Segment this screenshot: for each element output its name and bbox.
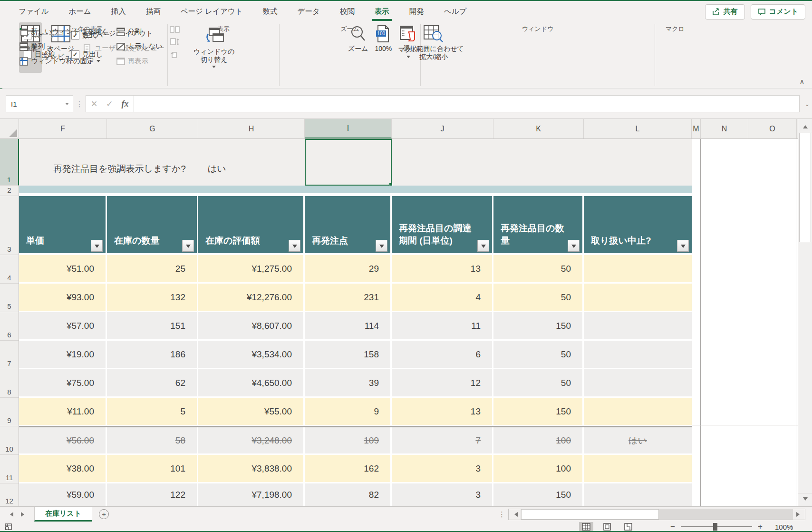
add-sheet-button[interactable]: +	[99, 509, 109, 519]
name-box-dropdown-icon[interactable]	[65, 103, 69, 107]
scroll-down-button[interactable]	[798, 493, 812, 506]
column-header[interactable]: L	[584, 119, 692, 138]
row-header[interactable]: 5	[0, 284, 19, 312]
zoom-slider-thumb[interactable]	[713, 523, 717, 531]
cell-discontinued[interactable]	[584, 398, 692, 425]
cell-inventory-value[interactable]: ¥8,607.00	[198, 312, 305, 339]
ribbon-tab[interactable]: ヘルプ	[434, 1, 477, 22]
cell-reorder-point[interactable]: 231	[305, 284, 392, 311]
table-header-cell[interactable]: 取り扱い中止?	[584, 196, 692, 253]
cell-inventory-value[interactable]: ¥3,534.00	[198, 341, 305, 368]
formula-input[interactable]	[134, 95, 800, 112]
cell-discontinued[interactable]	[584, 312, 692, 339]
zoom-out-button[interactable]: −	[669, 522, 676, 532]
cell-lead-time[interactable]: 3	[392, 483, 493, 506]
selected-cell-I1[interactable]	[305, 139, 392, 186]
filter-dropdown-button[interactable]	[568, 240, 580, 252]
cell-inventory-value[interactable]: ¥1,275.00	[198, 255, 305, 282]
table-header-cell[interactable]: 在庫の数量	[107, 196, 198, 253]
filter-dropdown-button[interactable]	[376, 240, 387, 252]
cell-qty-in-stock[interactable]: 58	[107, 427, 198, 453]
row-header[interactable]: 7	[0, 341, 19, 369]
cell-inventory-value[interactable]: ¥3,838.00	[198, 455, 305, 482]
table-row[interactable]: ¥75.00 62 ¥4,650.00 39 12 50	[19, 369, 692, 396]
cell-reorder-point[interactable]: 39	[305, 369, 392, 396]
cell-lead-time[interactable]: 3	[392, 455, 493, 482]
cell-lead-time[interactable]: 6	[392, 341, 493, 368]
cell-qty-in-stock[interactable]: 101	[107, 455, 198, 482]
formula-bar-handle[interactable]: ⋮	[73, 99, 86, 108]
column-header[interactable]: O	[748, 119, 797, 138]
normal-view-shortcut[interactable]	[579, 522, 593, 532]
cell-discontinued[interactable]	[584, 483, 692, 506]
ribbon-tab[interactable]: 数式	[253, 1, 288, 22]
table-header-cell[interactable]: 再発注点	[305, 196, 392, 253]
cell-qty-in-stock[interactable]: 62	[107, 369, 198, 396]
prev-sheet-icon[interactable]	[8, 512, 13, 517]
scroll-right-button[interactable]	[793, 509, 805, 520]
table-row[interactable]: ¥57.00 151 ¥8,607.00 114 11 150	[19, 312, 692, 339]
share-button[interactable]: 共有	[705, 4, 745, 20]
table-row[interactable]: ¥11.00 5 ¥55.00 9 13 150	[19, 398, 692, 425]
ribbon-tab[interactable]: 表示	[365, 1, 399, 22]
table-row[interactable]: ¥51.00 25 ¥1,275.00 29 13 50	[19, 255, 692, 282]
select-all-corner[interactable]	[0, 119, 19, 138]
cell-reorder-point[interactable]: 162	[305, 455, 392, 482]
zoom-slider[interactable]	[681, 526, 752, 527]
cell-reorder-point[interactable]: 29	[305, 255, 392, 282]
row-header[interactable]: 1	[0, 139, 19, 186]
cell-reorder-qty[interactable]: 50	[493, 255, 584, 282]
filter-dropdown-button[interactable]	[91, 240, 103, 252]
cell-lead-time[interactable]: 4	[392, 284, 493, 311]
cell-qty-in-stock[interactable]: 132	[107, 284, 198, 311]
row-header[interactable]: 11	[0, 455, 19, 483]
cell-lead-time[interactable]: 13	[392, 255, 493, 282]
macros-button[interactable]: マクロ	[396, 22, 421, 73]
cell-inventory-value[interactable]: ¥3,248.00	[198, 427, 305, 453]
row-header[interactable]: 6	[0, 312, 19, 341]
table-header-cell[interactable]: 再発注品目の調達期間 (日単位)	[392, 196, 493, 253]
horizontal-scroll-thumb[interactable]	[521, 509, 659, 520]
cell-qty-in-stock[interactable]: 25	[107, 255, 198, 282]
cell-unit-price[interactable]: ¥59.00	[19, 483, 107, 506]
cell-lead-time[interactable]: 13	[392, 398, 493, 425]
cell-reorder-qty[interactable]: 150	[493, 483, 584, 506]
cell-discontinued[interactable]: はい	[584, 427, 692, 453]
cell-qty-in-stock[interactable]: 151	[107, 312, 198, 339]
column-header[interactable]: F	[19, 119, 107, 138]
ribbon-tab[interactable]: ホーム	[58, 1, 101, 22]
cell-lead-time[interactable]: 11	[392, 312, 493, 339]
cell-unit-price[interactable]: ¥56.00	[19, 427, 107, 453]
cell-reorder-point[interactable]: 82	[305, 483, 392, 506]
ribbon-tab[interactable]: 描画	[136, 1, 171, 22]
ribbon-tab[interactable]: ファイル	[9, 1, 58, 22]
column-header[interactable]: I	[305, 119, 392, 138]
cell-reorder-qty[interactable]: 150	[493, 312, 584, 339]
cell-reorder-point[interactable]: 158	[305, 341, 392, 368]
table-row[interactable]: ¥38.00 101 ¥3,838.00 162 3 100	[19, 455, 692, 482]
column-header[interactable]: M	[692, 119, 701, 138]
cell-reorder-point[interactable]: 114	[305, 312, 392, 339]
cell-inventory-value[interactable]: ¥7,198.00	[198, 483, 305, 506]
cell-lead-time[interactable]: 12	[392, 369, 493, 396]
teal-divider-band[interactable]	[19, 186, 692, 193]
cell-unit-price[interactable]: ¥93.00	[19, 284, 107, 311]
cell-discontinued[interactable]	[584, 369, 692, 396]
row-header[interactable]: 9	[0, 398, 19, 426]
scroll-left-button[interactable]	[509, 509, 521, 520]
column-header[interactable]: G	[107, 119, 198, 138]
macro-record-button[interactable]	[0, 523, 13, 531]
cell-inventory-value[interactable]: ¥4,650.00	[198, 369, 305, 396]
column-header[interactable]: K	[493, 119, 584, 138]
column-header[interactable]: N	[701, 119, 748, 138]
zoom-in-button[interactable]: +	[757, 522, 764, 532]
scrollbar-resize-handle[interactable]: ⋮	[495, 510, 508, 519]
cancel-entry-icon[interactable]: ✕	[91, 99, 97, 109]
table-row[interactable]: ¥19.00 186 ¥3,534.00 158 6 50	[19, 341, 692, 368]
insert-function-icon[interactable]: fx	[122, 99, 129, 109]
name-box[interactable]: I1	[6, 95, 73, 112]
vertical-scrollbar[interactable]	[798, 119, 812, 506]
cell-lead-time[interactable]: 7	[392, 427, 493, 453]
table-row[interactable]: ¥59.00 122 ¥7,198.00 82 3 150	[19, 483, 692, 506]
row-header[interactable]: 12	[0, 483, 19, 506]
